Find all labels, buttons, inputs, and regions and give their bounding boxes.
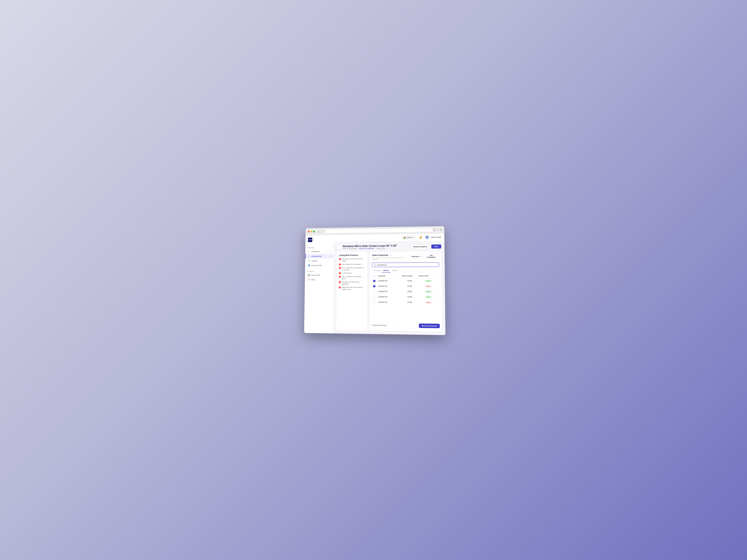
product-title: Bordeaux Micro Satin Curtain Loops 55" X… xyxy=(343,244,409,248)
practice-item: ✕ First letter of bullet points is capit… xyxy=(339,281,365,285)
practice-item: ✕ Title does not contain symbols or emoj… xyxy=(339,258,365,262)
sidebar-item-label: User Accounts xyxy=(311,264,322,266)
tab-ai-assist[interactable]: AI assist xyxy=(372,269,382,272)
collection-button[interactable]: Collection ▾ xyxy=(409,255,422,259)
select-all-checkbox[interactable] xyxy=(373,275,377,277)
browser-controls: ⬜ ‹ › xyxy=(317,230,324,233)
search-volume: 10,000 xyxy=(402,280,417,282)
trend-badge: +72% ↑ xyxy=(425,290,432,293)
notification-button[interactable]: 🔔 xyxy=(418,235,423,240)
practices-title: Listing Best Practices xyxy=(339,254,365,256)
practice-text: 150+ characters in each bullet points xyxy=(342,275,365,280)
trend-badge: +72% ↓ xyxy=(425,285,432,288)
row-checkbox-3[interactable] xyxy=(373,290,376,292)
tab-manual[interactable]: Manual xyxy=(382,268,391,272)
review-keywords-button[interactable]: Review Keywords xyxy=(419,323,440,328)
logo-icon: CED COMMERCE xyxy=(308,238,312,242)
product-meta: SKU 4772138942647 ASIN 4772138942647 Cat… xyxy=(343,247,409,250)
practice-text: Title contains 150+ characters xyxy=(342,263,361,265)
sidebar-item-label: FAQs xyxy=(311,279,315,281)
keyword-name: dumbbell Set xyxy=(378,301,401,303)
keyword-actions: Collection ▾ Get Competitors xyxy=(409,254,439,259)
app-layout: CED COMMERCE General ⊙ Dashboard + ≡ Lis… xyxy=(304,233,445,335)
close-button[interactable] xyxy=(308,231,310,233)
keyword-tabs: AI assist Manual Import xyxy=(372,268,439,272)
sidebar-item-faqs[interactable]: ❓ FAQs xyxy=(305,277,333,282)
save-button[interactable]: Save xyxy=(431,244,441,248)
back-nav-icon[interactable]: ‹ xyxy=(321,230,322,233)
sidebar-item-get-in-touch[interactable]: 🎧 Get in touch xyxy=(305,273,334,277)
chevron-down-icon: ▾ xyxy=(419,256,420,257)
seller-selector[interactable]: 🇮🇳 Seller 1 ▾ xyxy=(402,235,416,240)
sidebar-item-settings[interactable]: ⚙ Settings xyxy=(305,258,334,263)
keyword-name: dumbbell Set xyxy=(378,285,401,287)
error-icon: ✕ xyxy=(339,272,341,274)
practice-item: ✕ Bullet points are not in all caps or c… xyxy=(339,286,365,290)
main-content: 🇮🇳 Seller 1 ▾ 🔔 👤 Jaikant Singh ← xyxy=(333,233,445,335)
sidebar-item-listing-grids[interactable]: ≡ Listing Grids − xyxy=(305,254,334,259)
keywords-table: Keywords Search Volume Search Trend ✓ du… xyxy=(372,274,440,322)
error-icon: ✕ xyxy=(339,281,341,283)
keyword-name: dumbbell Set xyxy=(378,296,401,298)
row-checkbox-1[interactable]: ✓ xyxy=(373,280,376,282)
browser-window: ⬜ ‹ › ⬆ + ⊞ CED COMMERCE General ⊙ Dashb… xyxy=(304,226,445,335)
review-analytics-button[interactable]: Review Analytics xyxy=(411,244,430,249)
tab-import[interactable]: Import xyxy=(391,268,399,272)
trend-down-arrow: ↓ xyxy=(430,285,431,287)
grid-icon[interactable]: ⊞ xyxy=(440,229,442,231)
address-bar[interactable] xyxy=(325,228,432,233)
back-button[interactable]: ← xyxy=(337,245,341,249)
row-checkbox-2[interactable]: ✓ xyxy=(373,285,376,287)
keyword-name: dumbbell Set xyxy=(378,280,401,282)
logo: CED COMMERCE xyxy=(306,237,334,245)
sidebar-item-user-accounts[interactable]: 👤 User Accounts xyxy=(305,263,334,268)
new-tab-icon[interactable]: + xyxy=(437,229,439,231)
search-input[interactable] xyxy=(377,264,437,266)
two-col-layout: Listing Best Practices ✕ Title does not … xyxy=(336,251,442,332)
table-row: dumbbell Set 10,000 +72% ↓ xyxy=(372,299,440,305)
asin-value: 4772138942647 xyxy=(363,248,374,249)
table-row: ✓ dumbbell Set 10,000 +72% ↑ xyxy=(372,278,439,284)
category-label: Category xyxy=(376,247,382,249)
sidebar-item-label: Listing Grids xyxy=(311,255,321,257)
search-trend: +72% ↓ xyxy=(419,301,438,304)
collapse-icon[interactable]: − xyxy=(330,255,331,257)
table-footer: 2 Keywords Selected Review Keywords xyxy=(372,321,440,329)
table-row: dumbbell Set 10,000 +72% ↑ xyxy=(372,294,440,300)
sidebar-toggle-icon[interactable]: ⬜ xyxy=(317,230,320,233)
sku-value: 4772138942647 xyxy=(346,248,358,249)
practice-text: 5+ bullet points xyxy=(342,272,352,274)
browser-actions: ⬆ + ⊞ xyxy=(434,229,442,231)
trend-up-arrow: ↑ xyxy=(430,291,431,292)
sidebar-item-label: Dashboard xyxy=(311,250,319,252)
search-trend-col-header: Search Trend xyxy=(419,275,438,277)
keywords-col-header: Keywords xyxy=(378,275,401,277)
user-accounts-icon: 👤 xyxy=(308,264,310,266)
search-trend: +72% ↑ xyxy=(419,296,438,298)
get-competitors-button[interactable]: Get Competitors xyxy=(424,254,439,259)
row-checkbox-5[interactable] xyxy=(373,301,376,303)
seller-label: Seller 1 xyxy=(407,236,413,238)
keyword-search-box[interactable]: 🔍 xyxy=(372,262,439,267)
search-trend: +72% ↓ xyxy=(419,285,438,288)
chevron-down-icon: ▾ xyxy=(414,236,415,238)
trend-badge: +72% ↑ xyxy=(425,296,432,298)
practice-text: Title does not contain symbols or emojis xyxy=(342,258,365,262)
search-volume: 10,000 xyxy=(402,285,417,287)
trend-badge: +72% ↓ xyxy=(425,301,433,304)
search-volume: 10,000 xyxy=(402,291,417,292)
add-icon[interactable]: + xyxy=(330,250,331,252)
share-icon[interactable]: ⬆ xyxy=(434,229,436,231)
practice-item: ✕ 5+ bullet points xyxy=(339,272,365,274)
row-checkbox-4[interactable] xyxy=(373,296,376,298)
minimize-button[interactable] xyxy=(310,231,312,232)
general-section-label: General xyxy=(305,246,334,249)
search-volume-col-header: Search Volume xyxy=(402,275,417,277)
fullscreen-button[interactable] xyxy=(313,231,315,232)
product-title-section: Bordeaux Micro Satin Curtain Loops 55" X… xyxy=(343,244,409,250)
error-icon: ✕ xyxy=(339,286,341,288)
user-name: Jaikant Singh xyxy=(431,236,441,238)
error-icon: ✕ xyxy=(339,276,341,278)
forward-nav-icon[interactable]: › xyxy=(323,230,324,233)
sidebar-item-dashboard[interactable]: ⊙ Dashboard + xyxy=(305,249,334,254)
